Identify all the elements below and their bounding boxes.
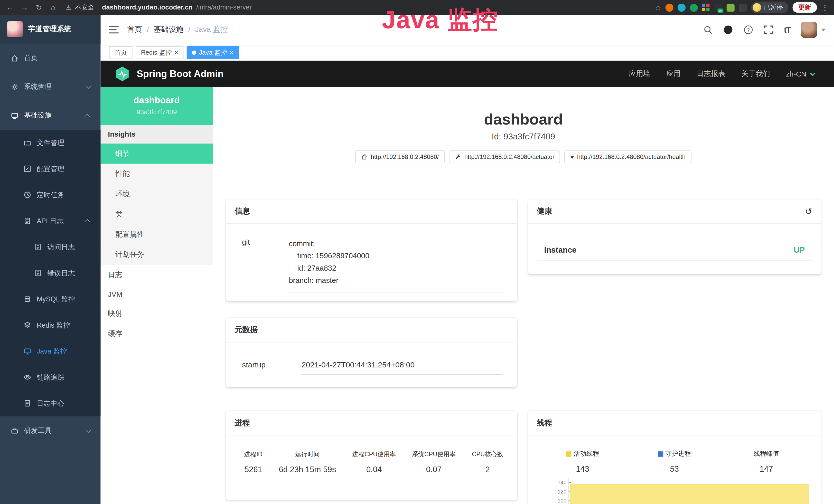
breadcrumb: 首页 / 基础设施 / Java 监控 — [127, 25, 228, 35]
sba-menu-metrics[interactable]: 性能 — [101, 164, 213, 184]
chevron-up-icon — [85, 219, 90, 224]
sidebar-item-system-management[interactable]: 系统管理 — [0, 72, 101, 101]
sba-instance-name: dashboard — [101, 95, 213, 106]
health-card: 健康 ↺ Instance UP — [528, 200, 821, 274]
extension-icon-grid[interactable] — [702, 4, 709, 11]
sidebar-item-label: 研发工具 — [24, 426, 52, 435]
metadata-key: startup — [242, 361, 302, 375]
sidebar-item-label: 链路追踪 — [37, 372, 64, 382]
sba-menu-caches[interactable]: 缓存 — [101, 324, 213, 344]
sidebar-item-mysql-monitor[interactable]: MySQL 监控 — [0, 286, 101, 312]
extension-icon-green[interactable] — [690, 3, 698, 11]
threads-chart-plot-area — [569, 478, 810, 504]
close-icon[interactable]: × — [229, 49, 234, 56]
sidebar-item-redis-monitor[interactable]: Redis 监控 — [0, 312, 101, 338]
folder-icon — [23, 139, 31, 146]
app-sidebar: 芋道管理系统 首页 系统管理 基础设施 文件管理 配置管理 — [0, 15, 101, 504]
health-url-button[interactable]: ♥ http://192.168.0.2:48080/actuator/heal… — [565, 151, 692, 163]
address-bar[interactable]: ⚠ 不安全 dashboard.yudao.iocoder.cn/infra/a… — [66, 3, 252, 12]
sidebar-item-scheduled-jobs[interactable]: 定时任务 — [0, 182, 101, 208]
sidebar-item-file-management[interactable]: 文件管理 — [0, 130, 101, 156]
sidebar-item-java-monitor[interactable]: Java 监控 — [0, 338, 101, 364]
sba-nav-wall[interactable]: 应用墙 — [629, 69, 650, 78]
browser-update-button[interactable]: 更新 — [792, 2, 817, 13]
spring-boot-admin-logo — [114, 66, 130, 82]
process-col-pid: 进程ID 5261 — [244, 450, 262, 474]
actuator-url-button[interactable]: http://192.168.0.2:48080/actuator — [449, 151, 561, 163]
sidebar-item-error-logs[interactable]: 错误日志 — [0, 260, 101, 286]
sidebar-item-home[interactable]: 首页 — [0, 44, 101, 72]
browser-menu-icon[interactable]: ⋮ — [821, 3, 829, 12]
chevron-up-icon — [85, 113, 90, 119]
service-url-button[interactable]: http://192.168.0.2:48080/ — [355, 151, 445, 163]
search-icon[interactable] — [703, 25, 712, 35]
sba-menu-jvm[interactable]: JVM — [101, 285, 213, 303]
process-value: 2 — [472, 465, 503, 474]
process-header: 系统CPU使用率 — [412, 450, 455, 458]
sba-nav-about[interactable]: 关于我们 — [741, 69, 770, 78]
extension-icon-teal[interactable] — [678, 3, 685, 11]
threads-chart-y-axis: 140 120 100 — [539, 478, 569, 504]
fullscreen-icon[interactable] — [764, 25, 773, 35]
browser-forward-button[interactable]: → — [20, 3, 29, 12]
breadcrumb-infrastructure[interactable]: 基础设施 — [154, 25, 183, 35]
extension-icon-pin[interactable] — [739, 3, 747, 11]
y-tick: 100 — [557, 496, 569, 504]
process-card: 进程 进程ID 5261 运行时间 6d 23h 15m 59s 进程CPU使用… — [226, 411, 517, 500]
sba-menu-scheduled-tasks[interactable]: 计划任务 — [101, 245, 213, 265]
sidebar-item-tracing[interactable]: 链路追踪 — [0, 364, 101, 390]
legend-daemon-threads: 守护进程 53 — [629, 449, 721, 473]
document-icon — [23, 217, 31, 225]
sba-menu-details[interactable]: 细节 — [101, 143, 213, 164]
instance-subtitle: Id: 93a3fc7f7409 — [213, 132, 834, 141]
tab-java-monitor[interactable]: Java 监控 × — [187, 46, 239, 59]
legend-swatch-yellow — [566, 451, 571, 457]
tab-home[interactable]: 首页 — [109, 46, 133, 59]
history-icon[interactable]: ↺ — [805, 207, 812, 216]
close-icon[interactable]: × — [174, 49, 178, 56]
github-icon[interactable] — [723, 25, 733, 35]
browser-reload-button[interactable]: ↻ — [34, 3, 44, 12]
browser-back-button[interactable]: ← — [5, 3, 15, 12]
browser-toolbar-right: ☆ on 已暂停 更新 ⋮ — [655, 2, 829, 13]
sidebar-item-label: 定时任务 — [37, 190, 64, 200]
sba-menu-environment[interactable]: 环境 — [101, 184, 213, 204]
browser-home-button[interactable]: ⌂ — [48, 3, 58, 12]
sidebar-item-infrastructure[interactable]: 基础设施 — [0, 101, 101, 130]
sba-menu-config-props[interactable]: 配置属性 — [101, 224, 213, 245]
extension-icon-switch[interactable]: on — [714, 4, 722, 11]
security-warning-label: 不安全 — [75, 3, 94, 12]
active-tab-dot — [192, 51, 197, 55]
profile-paused-badge[interactable]: 已暂停 — [751, 2, 788, 13]
sidebar-item-access-logs[interactable]: 访问日志 — [0, 234, 101, 260]
sidebar-item-log-center[interactable]: 日志中心 — [0, 390, 101, 416]
sba-nav: 应用墙 应用 日志报表 关于我们 zh-CN — [629, 69, 814, 78]
sba-instance-header[interactable]: dashboard 93a3fc7f7409 — [101, 87, 213, 125]
tab-redis-monitor[interactable]: Redis 监控 × — [136, 46, 183, 59]
metadata-value: 2021-04-27T00:44:31.254+08:00 — [302, 361, 503, 375]
breadcrumb-home[interactable]: 首页 — [127, 25, 142, 35]
help-icon[interactable]: ? — [744, 25, 753, 35]
process-header: 运行时间 — [279, 450, 336, 458]
sba-menu-mappings[interactable]: 映射 — [101, 303, 213, 324]
user-avatar[interactable] — [801, 22, 817, 38]
actuator-url-label: http://192.168.0.2:48080/actuator — [464, 154, 554, 160]
sba-nav-journal[interactable]: 日志报表 — [697, 69, 725, 78]
app-logo-title: 芋道管理系统 — [28, 24, 71, 34]
sba-language-select[interactable]: zh-CN — [786, 70, 814, 78]
sidebar-item-dev-tools[interactable]: 研发工具 — [0, 416, 101, 445]
sba-nav-applications[interactable]: 应用 — [666, 69, 681, 78]
font-size-icon[interactable]: tT — [784, 25, 790, 34]
sidebar-item-config-management[interactable]: 配置管理 — [0, 156, 101, 182]
extension-icon-orange[interactable] — [665, 3, 674, 11]
sba-menu-logs[interactable]: 日志 — [101, 265, 213, 285]
sba-menu-classes[interactable]: 类 — [101, 204, 213, 224]
bookmark-star-icon[interactable]: ☆ — [655, 3, 661, 11]
app-header-actions: ? tT — [703, 22, 834, 38]
hamburger-menu-icon[interactable] — [109, 26, 119, 33]
legend-value: 143 — [536, 464, 629, 473]
extension-icon-leaf[interactable] — [727, 3, 734, 11]
sidebar-item-label: Java 监控 — [37, 346, 67, 356]
sidebar-item-api-logs[interactable]: API 日志 — [0, 208, 101, 234]
app-logo[interactable]: 芋道管理系统 — [0, 15, 101, 44]
